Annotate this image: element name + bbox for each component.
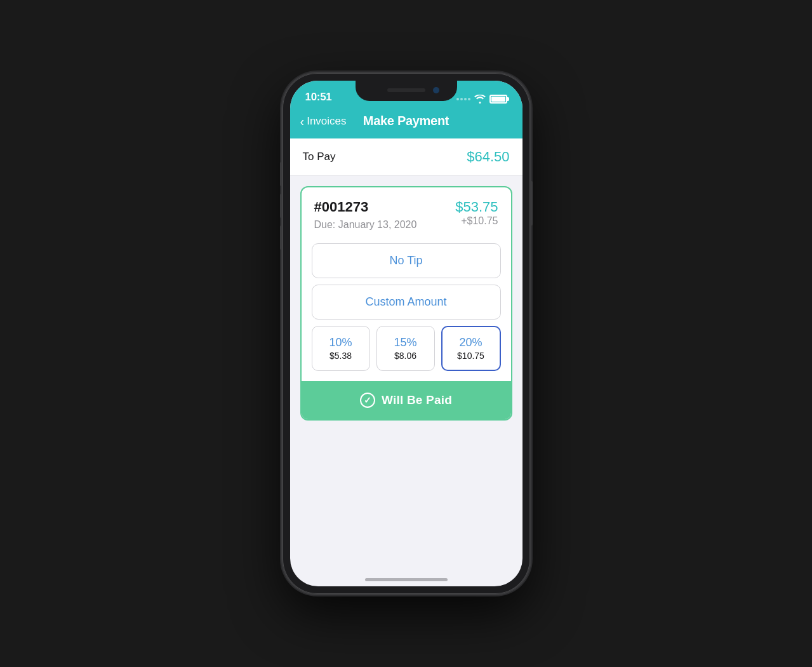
notch	[356, 81, 457, 101]
tip-15-percent: 15%	[382, 336, 429, 349]
tip-20-percent: 20%	[448, 336, 495, 349]
phone-frame: 10:51 ‹	[283, 73, 530, 594]
home-indicator	[365, 578, 448, 581]
invoice-header: #001273 Due: January 13, 2020 $53.75 +$1…	[302, 187, 511, 241]
battery-icon	[489, 95, 507, 104]
tip-20-button[interactable]: 20% $10.75	[441, 326, 501, 371]
tip-20-value: $10.75	[448, 351, 495, 361]
check-circle-icon: ✓	[360, 393, 375, 408]
status-time: 10:51	[305, 91, 332, 104]
tip-10-value: $5.38	[317, 351, 364, 361]
invoice-main-amount: $53.75	[455, 199, 498, 215]
wifi-icon	[474, 95, 486, 104]
back-chevron-icon: ‹	[300, 115, 305, 128]
checkmark-icon: ✓	[364, 396, 371, 405]
back-button[interactable]: ‹ Invoices	[300, 115, 347, 128]
phone-screen: 10:51 ‹	[290, 81, 522, 586]
back-label: Invoices	[307, 115, 346, 128]
invoice-card: #001273 Due: January 13, 2020 $53.75 +$1…	[300, 186, 512, 421]
tip-percentage-row: 10% $5.38 15% $8.06 20% $10.75	[312, 326, 501, 371]
tip-options: No Tip Custom Amount 10% $5.38 15%	[302, 241, 511, 381]
to-pay-label: To Pay	[303, 151, 336, 163]
tip-15-value: $8.06	[382, 351, 429, 361]
tip-10-percent: 10%	[317, 336, 364, 349]
nav-bar: ‹ Invoices Make Payment	[290, 109, 522, 138]
invoice-tip-amount: +$10.75	[455, 215, 498, 227]
signal-icon	[456, 98, 470, 100]
tip-15-button[interactable]: 15% $8.06	[376, 326, 435, 371]
invoice-info: #001273 Due: January 13, 2020	[314, 199, 456, 231]
no-tip-row: No Tip	[312, 243, 501, 278]
to-pay-row: To Pay $64.50	[290, 138, 522, 176]
tip-10-button[interactable]: 10% $5.38	[312, 326, 370, 371]
no-tip-button[interactable]: No Tip	[312, 243, 501, 278]
notch-speaker	[387, 88, 425, 92]
to-pay-amount: $64.50	[467, 149, 509, 165]
invoice-number: #001273	[314, 199, 456, 215]
status-icons	[456, 95, 507, 104]
invoice-due-date: Due: January 13, 2020	[314, 219, 456, 231]
will-be-paid-label: Will Be Paid	[382, 393, 452, 407]
notch-camera	[433, 87, 439, 93]
custom-amount-button[interactable]: Custom Amount	[312, 285, 501, 320]
invoice-amounts: $53.75 +$10.75	[455, 199, 498, 227]
will-be-paid-button[interactable]: ✓ Will Be Paid	[302, 381, 511, 419]
page-title: Make Payment	[363, 114, 449, 128]
custom-amount-row: Custom Amount	[312, 285, 501, 320]
main-content: To Pay $64.50 #001273 Due: January 13, 2…	[290, 138, 522, 431]
